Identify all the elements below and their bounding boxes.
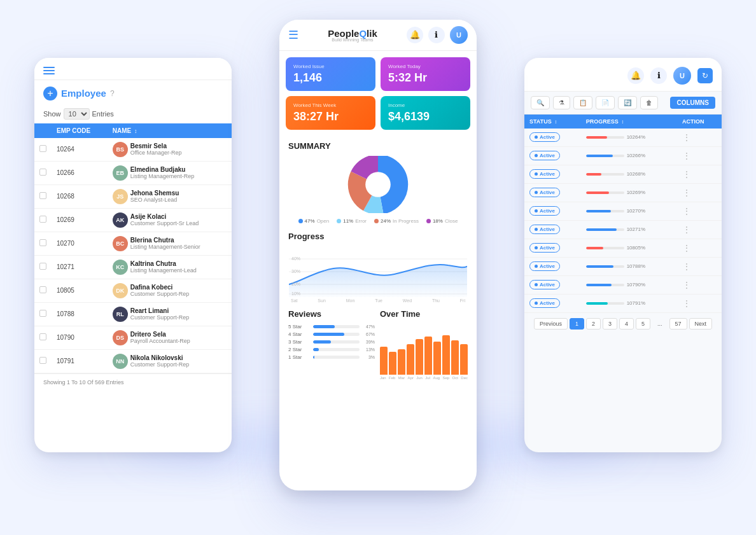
table-row: 10270 BC Blerina Chutra Listing Manageme… bbox=[34, 232, 232, 255]
copy-button[interactable]: 📋 bbox=[573, 96, 592, 109]
action-cell[interactable]: ⋮ bbox=[677, 165, 722, 183]
col-name[interactable]: NAME ↕ bbox=[108, 123, 232, 138]
columns-button[interactable]: COLUMNS bbox=[670, 97, 715, 109]
reviews-title: Reviews bbox=[288, 309, 375, 319]
info-icon[interactable]: ℹ bbox=[428, 27, 445, 43]
action-cell[interactable]: ⋮ bbox=[677, 294, 722, 312]
page-3-button[interactable]: 3 bbox=[603, 318, 617, 330]
overtime-label: Dec bbox=[461, 376, 468, 380]
bell-icon[interactable]: 🔔 bbox=[407, 27, 423, 43]
overtime-bar bbox=[389, 352, 396, 375]
legend-item: 18% Close bbox=[426, 218, 458, 224]
overtime-bars bbox=[380, 324, 468, 375]
stat-label: Income bbox=[388, 102, 463, 108]
progress-col-header[interactable]: PROGRESS ↕ bbox=[581, 115, 677, 129]
page-1-button[interactable]: 1 bbox=[570, 318, 584, 330]
emp-name-cell: NN Nikola Nikolovski Customer Support-Re… bbox=[108, 349, 232, 373]
bar bbox=[442, 335, 450, 375]
entries-label: Entries bbox=[92, 110, 114, 118]
user-avatar-right[interactable]: U bbox=[673, 67, 691, 85]
bar bbox=[389, 352, 396, 375]
entries-select[interactable]: 10 25 50 bbox=[64, 108, 90, 120]
page-4-button[interactable]: 4 bbox=[619, 318, 634, 330]
refresh-button[interactable]: ↻ bbox=[697, 68, 713, 83]
emp-name-cell: RL Reart Limani Customer Support-Rep bbox=[108, 302, 232, 326]
emp-name-cell: BS Besmir Sela Office Manager-Rep bbox=[108, 138, 232, 162]
svg-point-4 bbox=[365, 172, 391, 197]
review-row: 2 Star 13% bbox=[288, 347, 375, 352]
review-row: 5 Star 47% bbox=[288, 324, 375, 330]
status-cell: Active bbox=[524, 257, 581, 275]
prev-button[interactable]: Previous bbox=[534, 318, 568, 330]
action-cell[interactable]: ⋮ bbox=[677, 183, 722, 202]
row-checkbox[interactable] bbox=[34, 161, 52, 184]
table-row: Active 10269% ⋮ bbox=[524, 183, 722, 202]
action-cell[interactable]: ⋮ bbox=[677, 239, 722, 257]
table-row: Active 10790% ⋮ bbox=[524, 275, 722, 294]
page-5-button[interactable]: 5 bbox=[636, 318, 650, 330]
overtime-label: Mar bbox=[398, 376, 405, 380]
review-pct: 3% bbox=[362, 355, 375, 359]
page-title: Employee bbox=[61, 88, 106, 99]
table-footer: Showing 1 To 10 Of 569 Entries bbox=[34, 373, 232, 391]
table-row: 10266 EB Elmedina Budjaku Listing Manage… bbox=[34, 161, 232, 184]
col-empcode[interactable]: EMP CODE bbox=[52, 123, 108, 138]
row-checkbox[interactable] bbox=[34, 302, 52, 326]
page-2-button[interactable]: 2 bbox=[586, 318, 601, 330]
emp-code-cell: 10264 bbox=[52, 138, 108, 162]
progress-cell: 10268% bbox=[581, 165, 677, 183]
hamburger-icon[interactable] bbox=[43, 67, 55, 74]
row-checkbox[interactable] bbox=[34, 279, 52, 302]
stat-label: Worked Issue bbox=[293, 64, 368, 69]
bell-icon-right[interactable]: 🔔 bbox=[627, 67, 644, 84]
delete-button[interactable]: 🗑 bbox=[640, 96, 658, 109]
overtime-bar bbox=[398, 349, 405, 375]
help-icon[interactable]: ? bbox=[110, 89, 115, 98]
action-cell[interactable]: ⋮ bbox=[677, 129, 722, 147]
export-button[interactable]: 📄 bbox=[596, 96, 615, 109]
right-tablet: 🔔 ℹ U ↻ 🔍 ⚗ 📋 📄 🔄 🗑 COLUMNS STATUS ↕ bbox=[524, 58, 722, 452]
action-cell[interactable]: ⋮ bbox=[677, 275, 722, 294]
emp-code-cell: 10270 bbox=[52, 232, 108, 255]
stat-card: Income $4,6139 bbox=[381, 96, 470, 130]
emp-code-cell: 10268 bbox=[52, 184, 108, 208]
next-button[interactable]: Next bbox=[689, 318, 713, 330]
row-checkbox[interactable] bbox=[34, 255, 52, 279]
emp-code-cell: 10788 bbox=[52, 302, 108, 326]
action-cell[interactable]: ⋮ bbox=[677, 257, 722, 275]
progress-cell: 10788% bbox=[581, 257, 677, 275]
emp-name-cell: KC Kaltrina Chutra Listing Management-Le… bbox=[108, 255, 232, 279]
info-icon-right[interactable]: ℹ bbox=[650, 67, 667, 84]
review-label: 4 Star bbox=[288, 331, 311, 337]
phone-hamburger-icon[interactable]: ☰ bbox=[288, 28, 298, 42]
review-row: 4 Star 67% bbox=[288, 331, 375, 337]
reviews-chart: Reviews 5 Star 47%4 Star 67%3 Star 39%2 … bbox=[288, 309, 375, 380]
overtime-bar bbox=[380, 347, 388, 375]
action-cell[interactable]: ⋮ bbox=[677, 202, 722, 220]
table-row: Active 10788% ⋮ bbox=[524, 257, 722, 275]
user-avatar[interactable]: U bbox=[450, 26, 468, 44]
overtime-bar bbox=[460, 344, 468, 375]
filter-button[interactable]: ⚗ bbox=[553, 96, 570, 109]
page-57-button[interactable]: 57 bbox=[669, 318, 687, 330]
status-col-header[interactable]: STATUS ↕ bbox=[524, 115, 581, 129]
row-checkbox[interactable] bbox=[34, 208, 52, 232]
action-cell[interactable]: ⋮ bbox=[677, 146, 722, 165]
table-row: 10788 RL Reart Limani Customer Support-R… bbox=[34, 302, 232, 326]
row-checkbox[interactable] bbox=[34, 138, 52, 162]
bar bbox=[416, 339, 423, 375]
progress-cell: 10805% bbox=[581, 239, 677, 257]
refresh-data-button[interactable]: 🔄 bbox=[618, 96, 637, 109]
row-checkbox[interactable] bbox=[34, 232, 52, 255]
progress-cell: 10271% bbox=[581, 220, 677, 239]
emp-code-cell: 10791 bbox=[52, 349, 108, 373]
row-checkbox[interactable] bbox=[34, 184, 52, 208]
action-cell[interactable]: ⋮ bbox=[677, 220, 722, 239]
row-checkbox[interactable] bbox=[34, 326, 52, 349]
pagination: Previous12345...57Next bbox=[524, 313, 722, 335]
add-employee-button[interactable]: + bbox=[43, 87, 57, 101]
search-button[interactable]: 🔍 bbox=[531, 96, 550, 109]
row-checkbox[interactable] bbox=[34, 349, 52, 373]
table-row: Active 10805% ⋮ bbox=[524, 239, 722, 257]
legend-item: 47% Open bbox=[298, 218, 330, 224]
